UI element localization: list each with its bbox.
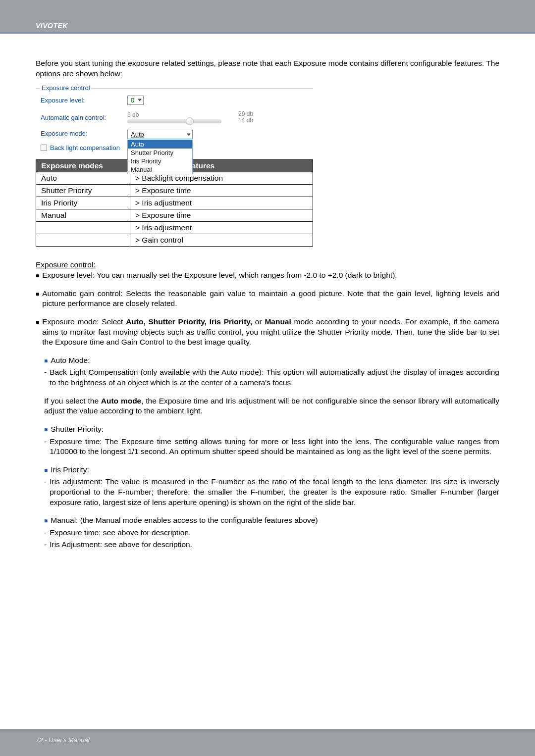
header-divider [0,32,535,34]
footer-page-label: 72 - User's Manual [36,736,90,744]
dash-icon: - [44,437,47,457]
intro-paragraph: Before you start tuning the exposure rel… [36,58,499,79]
table-row: Iris Priority> Iris adjustment [36,197,313,209]
bullet-exposure-mode: ■ Exposure mode: Select Auto, Shutter Pr… [36,317,499,348]
agc-label: Automatic gain control: [41,114,127,121]
exposure-mode-value: Auto [131,131,144,138]
sub-text: Exposure time: see above for description… [50,528,499,538]
exposure-level-row: Exposure level: 0 [36,93,313,108]
agc-slider[interactable] [127,119,221,123]
mode-option-manual[interactable]: Manual [128,165,192,174]
bullet-text: Exposure level: You can manually set the… [42,270,499,281]
exposure-control-legend: Exposure control [40,84,92,92]
dash-icon: - [44,528,47,538]
sub-text: Back Light Compensation (only available … [50,367,499,388]
sub-title: Manual: (the Manual mode enables access … [51,515,499,526]
bullet-exposure-level: ■ Exposure level: You can manually set t… [36,270,499,281]
exposure-level-select[interactable]: 0 [127,96,144,105]
bullet-text: Automatic gain control: Selects the reas… [42,289,499,309]
agc-right-values: 29 db 14 db [238,111,253,124]
agc-row: Automatic gain control: 6 db 29 db 14 db [36,108,313,127]
sub-manual: ■ Manual: (the Manual mode enables acces… [44,515,499,550]
auto-mode-note: If you select the Auto mode, the Exposur… [44,396,499,416]
sub-text: Iris Adjustment: see above for descripti… [50,540,499,550]
exposure-mode-select-wrap: Auto Auto Shutter Priority Iris Priority… [127,130,193,139]
chevron-down-icon [187,133,191,136]
sub-title: Shutter Priority: [51,424,499,435]
exposure-mode-row: Exposure mode: Auto Auto Shutter Priorit… [36,127,313,142]
bullet-agc: ■ Automatic gain control: Selects the re… [36,289,499,309]
bullet-icon: ■ [44,467,48,475]
agc-left-value: 6 db [127,111,221,118]
brand-text: VIVOTEK [36,22,68,30]
exposure-control-heading: Exposure control: [36,260,499,269]
agc-slider-thumb[interactable] [186,117,194,125]
blc-label: Back light compensation [50,144,120,151]
agc-area: 6 db 29 db 14 db [127,111,253,124]
bullet-icon: ■ [44,357,48,366]
bullet-icon: ■ [36,272,39,281]
sub-title: Auto Mode: [51,355,499,366]
sub-text: Iris adjustment: The value is measured i… [50,477,499,507]
header: VIVOTEK [0,0,535,34]
table-header-modes: Exposure modes [36,160,130,172]
mode-option-auto[interactable]: Auto [128,140,192,149]
bullet-icon: ■ [44,517,48,526]
table-row: > Iris adjustment [36,222,313,234]
exposure-mode-dropdown: Auto Shutter Priority Iris Priority Manu… [127,140,193,174]
dash-icon: - [44,540,47,550]
mode-option-shutter[interactable]: Shutter Priority [128,149,192,157]
agc-right-bottom: 14 db [238,117,253,124]
bullet-text: Exposure mode: Select Auto, Shutter Prio… [42,317,499,348]
sub-auto-mode: ■ Auto Mode: - Back Light Compensation (… [44,355,499,388]
exposure-level-value: 0 [131,97,134,104]
footer: 72 - User's Manual [0,729,535,756]
dash-icon: - [44,367,47,388]
bullet-icon: ■ [36,291,39,309]
page-content: Before you start tuning the exposure rel… [0,34,535,550]
exposure-mode-select[interactable]: Auto [127,130,193,139]
table-row: Shutter Priority> Exposure time [36,185,313,197]
exposure-level-label: Exposure level: [41,97,127,104]
chevron-down-icon [138,99,142,101]
blc-checkbox[interactable] [41,145,47,151]
bullet-icon: ■ [36,319,39,348]
sub-title: Iris Priority: [51,465,499,475]
sub-text: Exposure time: The Exposure time setting… [50,437,499,457]
bullet-icon: ■ [44,426,48,435]
mode-option-iris[interactable]: Iris Priority [128,157,192,165]
table-row: > Gain control [36,234,313,247]
exposure-control-panel: Exposure control Exposure level: 0 Autom… [36,88,313,154]
dash-icon: - [44,477,47,507]
sub-iris: ■ Iris Priority: - Iris adjustment: The … [44,465,499,507]
sub-shutter: ■ Shutter Priority: - Exposure time: The… [44,424,499,457]
exposure-mode-label: Exposure mode: [41,130,127,137]
table-row: Manual> Exposure time [36,209,313,222]
